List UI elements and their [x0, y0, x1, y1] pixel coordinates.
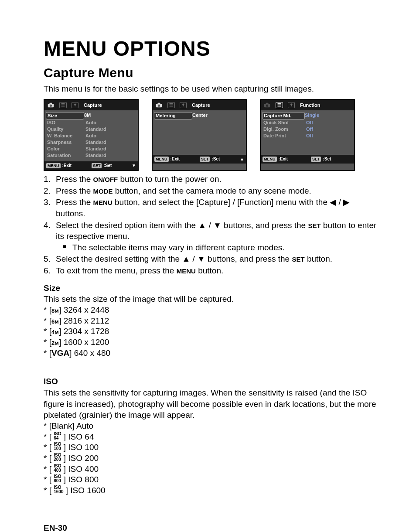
iso-option: * [ ISO400 ] ISO 400	[44, 464, 377, 475]
list-icon: ☰	[273, 100, 285, 110]
instruction-steps: 1. Press the ON/OFF button to turn the p…	[44, 174, 377, 276]
menu-value: Off	[306, 133, 313, 139]
menu-value: Auto	[85, 133, 96, 139]
step-text: button.	[196, 266, 223, 275]
size-option: * [6ᴍ] 2816 x 2112	[44, 316, 377, 327]
screenshot-row: ☰ ✦ Capture Size8M ISOAuto QualityStanda…	[44, 99, 377, 171]
svg-point-1	[49, 104, 51, 106]
button-glyph: SET	[292, 256, 304, 263]
step-2: 2. Press the MODE button, and set the ca…	[44, 185, 377, 197]
page-number: EN-30	[44, 522, 377, 532]
menu-value: Standard	[85, 126, 106, 133]
set-label: :Set	[211, 156, 220, 162]
screen-title: Capture	[81, 100, 138, 110]
step-text: button.	[305, 254, 332, 263]
screen-footer: MENU :Exit SET :Set	[261, 155, 354, 164]
iso-options: * [Blank] Auto * [ ISO64 ] ISO 64 * [ IS…	[44, 421, 377, 496]
size-option: * [VGA] 640 x 480	[44, 348, 377, 359]
step-text: Press the	[56, 198, 93, 207]
svg-rect-2	[49, 103, 52, 104]
step-text: Select the desired option item with the …	[56, 221, 308, 230]
camera-screen-capture-1: ☰ ✦ Capture Size8M ISOAuto QualityStanda…	[44, 99, 139, 171]
menu-button-label: MENU	[154, 157, 169, 162]
screen-body: MeteringCenter	[153, 110, 246, 155]
step-1: 1. Press the ON/OFF button to turn the p…	[44, 174, 377, 185]
button-glyph: SET	[308, 222, 321, 229]
tools-icon: ✦	[285, 100, 297, 110]
menu-value: Off	[306, 119, 313, 126]
tools-icon: ✦	[177, 100, 189, 110]
menu-value: Standard	[85, 139, 106, 146]
iso-option: * [Blank] Auto	[44, 421, 377, 432]
size-option: * [8ᴍ] 3264 x 2448	[44, 305, 377, 316]
step-sub-bullet: The selectable items may vary in differe…	[63, 242, 377, 253]
button-glyph: MODE	[93, 188, 113, 195]
menu-label: Color	[47, 146, 85, 152]
step-3: 3. Press the MENU button, and select the…	[44, 197, 377, 219]
step-6: 6. To exit from the menu, press the MENU…	[44, 265, 377, 276]
set-button-label: SET	[200, 157, 210, 162]
menu-label: Sharpness	[47, 139, 85, 146]
page-title: MENU OPTIONS	[44, 35, 377, 63]
set-label: :Set	[323, 156, 331, 162]
svg-rect-8	[266, 103, 268, 104]
menu-button-label: MENU	[46, 163, 61, 168]
size-description: This sets the size of the image that wil…	[44, 293, 377, 305]
camera-icon	[153, 100, 165, 110]
step-5: 5. Select the desired setting with the ▲…	[44, 253, 377, 265]
exit-label: :Exit	[279, 156, 288, 162]
step-text: Press the	[56, 186, 93, 195]
menu-label: Capture Md.	[262, 112, 305, 119]
menu-label: Digi. Zoom	[263, 126, 306, 133]
step-text: Select the desired setting with the ▲ / …	[56, 254, 292, 263]
tools-icon: ✦	[69, 100, 81, 110]
menu-label: Quality	[47, 126, 85, 133]
exit-label: :Exit	[62, 163, 72, 169]
menu-label: Date Print	[263, 133, 306, 139]
intro-text: This menu is for the basic settings to b…	[44, 83, 377, 95]
iso-option: * [ ISO1600 ] ISO 1600	[44, 485, 377, 496]
svg-point-4	[157, 104, 160, 106]
menu-label: Size	[46, 112, 84, 119]
section-title: Capture Menu	[44, 64, 377, 82]
menu-label: W. Balance	[47, 133, 85, 139]
svg-point-7	[266, 104, 268, 106]
button-glyph: MENU	[93, 199, 113, 206]
button-glyph: MENU	[177, 267, 196, 275]
menu-value: Auto	[85, 119, 96, 126]
size-options: * [8ᴍ] 3264 x 2448 * [6ᴍ] 2816 x 2112 * …	[44, 305, 377, 358]
screen-title: Function	[297, 100, 354, 110]
down-arrow-icon: ▼	[132, 163, 136, 169]
iso-heading: ISO	[44, 376, 377, 387]
size-option: * [2ᴍ] 1600 x 1200	[44, 337, 377, 348]
list-icon: ☰	[57, 100, 69, 110]
menu-label: Metering	[154, 112, 192, 119]
menu-value: Off	[306, 126, 313, 133]
camera-icon	[44, 100, 57, 110]
size-heading: Size	[44, 283, 377, 294]
menu-label: Quick Shot	[263, 119, 306, 126]
camera-screen-function: ☰ ✦ Function Capture Md.Single Quick Sho…	[260, 99, 355, 171]
menu-value: Standard	[85, 152, 106, 159]
iso-option: * [ ISO800 ] ISO 800	[44, 474, 377, 485]
camera-icon	[261, 100, 273, 110]
set-button-label: SET	[311, 157, 321, 162]
screen-body: Capture Md.Single Quick ShotOff Digi. Zo…	[261, 110, 354, 155]
iso-option: * [ ISO200 ] ISO 200	[44, 453, 377, 464]
step-text: Press the	[56, 174, 93, 184]
menu-value: Single	[305, 112, 319, 119]
menu-value: Center	[192, 112, 208, 119]
menu-button-label: MENU	[263, 157, 277, 162]
menu-label: Saturation	[47, 152, 85, 159]
exit-label: :Exit	[170, 156, 180, 162]
size-option: * [4ᴍ] 2304 x 1728	[44, 326, 377, 337]
menu-label: ISO	[47, 119, 85, 126]
step-text: button to turn the power on.	[118, 174, 222, 184]
menu-value: 8M	[84, 112, 91, 119]
step-text: To exit from the menu, press the	[56, 266, 177, 275]
button-glyph: ON/OFF	[93, 176, 118, 183]
step-4: 4. Select the desired option item with t…	[44, 220, 377, 253]
iso-option: * [ ISO64 ] ISO 64	[44, 432, 377, 443]
step-text: button, and set the camera mode to any s…	[113, 186, 311, 195]
screen-footer: MENU :Exit SET :Set ▲	[153, 155, 246, 164]
